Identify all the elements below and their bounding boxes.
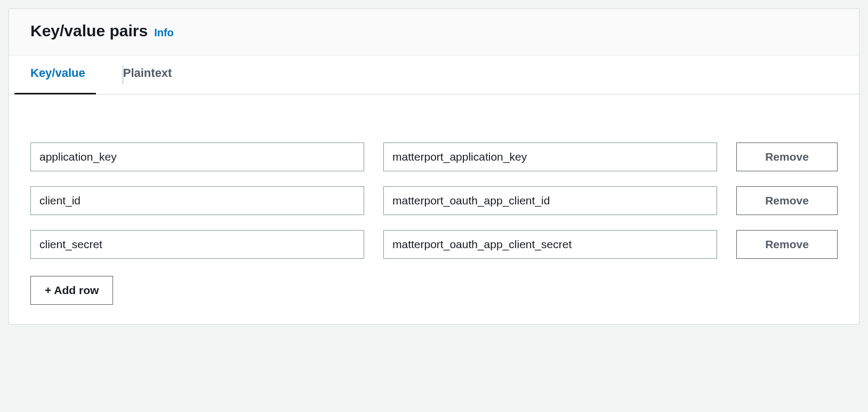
remove-button[interactable]: Remove	[736, 142, 838, 171]
info-link[interactable]: Info	[154, 27, 174, 39]
remove-button[interactable]: Remove	[736, 186, 838, 215]
panel-body: Remove Remove Remove + Add row	[9, 94, 859, 324]
panel-title: Key/value pairs	[30, 22, 148, 40]
key-input[interactable]	[30, 142, 364, 171]
key-value-panel: Key/value pairs Info Key/value Plaintext…	[9, 9, 859, 324]
value-input[interactable]	[383, 142, 717, 171]
kv-row: Remove	[30, 142, 838, 171]
key-input[interactable]	[30, 186, 364, 215]
tab-key-value[interactable]: Key/value	[30, 56, 101, 94]
tabs-container: Key/value Plaintext	[9, 56, 859, 94]
panel-header: Key/value pairs Info	[9, 9, 859, 56]
kv-row: Remove	[30, 230, 838, 259]
value-input[interactable]	[383, 230, 717, 259]
add-row-button[interactable]: + Add row	[30, 276, 113, 305]
key-input[interactable]	[30, 230, 364, 259]
value-input[interactable]	[383, 186, 717, 215]
tab-plaintext[interactable]: Plaintext	[123, 56, 188, 94]
remove-button[interactable]: Remove	[736, 230, 838, 259]
kv-row: Remove	[30, 186, 838, 215]
